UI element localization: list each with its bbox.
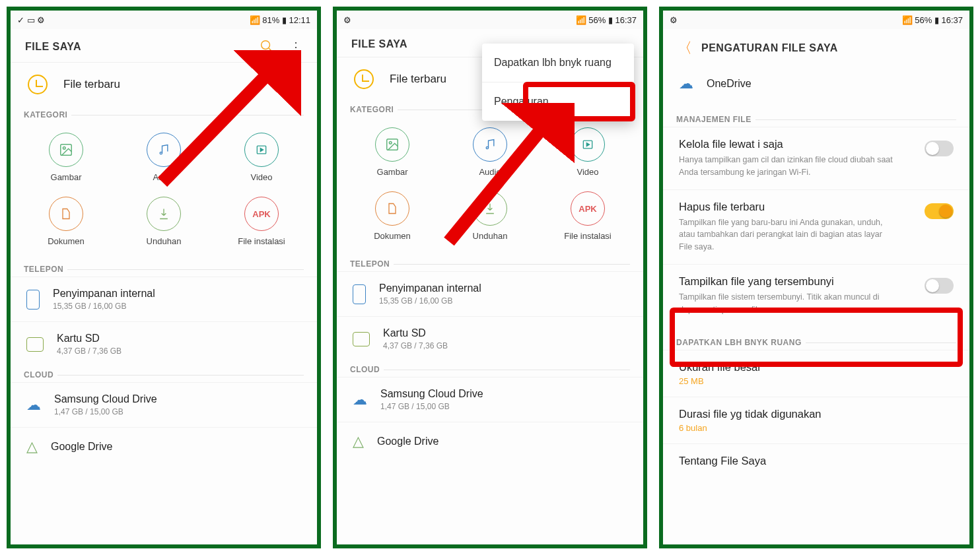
status-left: ⚙ — [670, 15, 678, 25]
clock-icon — [28, 75, 48, 94]
status-right: 📶 81% ▮ 12:11 — [250, 15, 310, 25]
search-icon[interactable] — [259, 38, 273, 55]
recent-label: File terbaru — [390, 73, 446, 86]
svg-point-9 — [486, 147, 488, 148]
app-bar: 〈 PENGATURAN FILE SAYA — [663, 29, 969, 65]
drive-icon: △ — [353, 433, 364, 450]
cat-unduhan[interactable]: Unduhan — [441, 191, 539, 241]
svg-point-3 — [63, 147, 65, 149]
video-icon — [571, 127, 605, 162]
apk-icon: APK — [244, 197, 279, 231]
video-icon — [244, 133, 279, 167]
status-bar: ⚙ 📶 56% ▮ 16:37 — [337, 11, 643, 29]
cloud-icon: ☁ — [353, 391, 367, 408]
cat-dokumen[interactable]: Dokumen — [343, 191, 441, 241]
phone-icon — [26, 290, 40, 310]
app-title: FILE SAYA — [351, 38, 407, 50]
svg-line-1 — [269, 48, 272, 51]
status-bar: ⚙ 📶 56% ▮ 16:37 — [663, 11, 969, 29]
music-icon — [473, 127, 507, 162]
cat-audio[interactable]: Audio — [115, 133, 213, 182]
cat-gambar[interactable]: Gambar — [17, 133, 115, 182]
cat-video[interactable]: Video — [213, 133, 310, 182]
overflow-popup: Dapatkan lbh bnyk ruang Pengaturan — [482, 44, 634, 121]
image-icon — [49, 133, 83, 167]
setting-unused-duration[interactable]: Durasi file yg tidak digunakan 6 bulan — [663, 397, 969, 443]
section-telepon: TELEPON — [11, 261, 317, 277]
app-bar: FILE SAYA ⋮ — [11, 29, 317, 63]
svg-point-0 — [262, 41, 270, 49]
storage-samsung-cloud[interactable]: ☁ Samsung Cloud Drive1,47 GB / 15,00 GB — [337, 377, 643, 422]
cat-apk[interactable]: APKFile instalasi — [213, 197, 310, 246]
svg-point-4 — [160, 152, 162, 154]
section-kategori: KATEGORI — [11, 106, 317, 122]
panel-1: ✓ ▭ ⚙ 📶 81% ▮ 12:11 FILE SAYA ⋮ File ter… — [7, 7, 321, 548]
storage-samsung-cloud[interactable]: ☁ Samsung Cloud Drive1,47 GB / 15,00 GB — [11, 382, 317, 427]
image-icon — [375, 127, 409, 162]
setting-about[interactable]: Tentang File Saya — [663, 443, 969, 478]
cat-gambar[interactable]: Gambar — [343, 127, 441, 177]
download-icon — [473, 191, 507, 226]
section-space: DAPATKAN LBH BNYK RUANG — [663, 326, 969, 350]
recent-files-row[interactable]: File terbaru — [11, 63, 317, 106]
cat-video[interactable]: Video — [539, 127, 637, 177]
recent-label: File terbaru — [63, 78, 120, 91]
status-right: 📶 56% ▮ 16:37 — [902, 15, 963, 25]
onedrive-row[interactable]: ☁ OneDrive — [663, 65, 969, 103]
setting-clear-recent[interactable]: Hapus file terbaru Tampilkan file yang b… — [663, 189, 969, 264]
category-grid: Gambar Audio Video Dokumen Unduhan APKFi… — [11, 122, 317, 261]
switch-show-hidden[interactable] — [925, 278, 954, 294]
cat-audio[interactable]: Audio — [441, 127, 539, 177]
download-icon — [147, 197, 181, 231]
storage-internal[interactable]: Penyimpanan internal15,35 GB / 16,00 GB — [337, 271, 643, 316]
content-scroll[interactable]: File terbaru KATEGORI Gambar Audio Video… — [337, 57, 643, 544]
setting-show-hidden[interactable]: Tampilkan file yang tersembunyi Tampilka… — [663, 264, 969, 327]
music-icon — [147, 133, 181, 167]
storage-sd[interactable]: Kartu SD4,37 GB / 7,36 GB — [11, 321, 317, 366]
status-left: ✓ ▭ ⚙ — [17, 15, 45, 25]
storage-google-drive[interactable]: △ Google Drive — [337, 422, 643, 461]
app-title: FILE SAYA — [25, 41, 81, 53]
clock-icon — [354, 69, 374, 89]
cat-dokumen[interactable]: Dokumen — [17, 197, 115, 246]
cloud-icon: ☁ — [26, 397, 41, 414]
popup-get-space[interactable]: Dapatkan lbh bnyk ruang — [482, 44, 634, 82]
status-left: ⚙ — [343, 15, 351, 25]
popup-settings[interactable]: Pengaturan — [482, 82, 634, 121]
sd-card-icon — [353, 332, 370, 346]
switch-wifi-only[interactable] — [925, 141, 954, 156]
status-right: 📶 56% ▮ 16:37 — [576, 15, 637, 25]
section-telepon: TELEPON — [337, 255, 643, 271]
apk-icon: APK — [571, 191, 605, 226]
storage-sd[interactable]: Kartu SD4,37 GB / 7,36 GB — [337, 316, 643, 361]
panel-2: ⚙ 📶 56% ▮ 16:37 FILE SAYA File terbaru K… — [333, 7, 647, 548]
storage-internal[interactable]: Penyimpanan internal15,35 GB / 16,00 GB — [11, 277, 317, 321]
settings-title: PENGATURAN FILE SAYA — [701, 42, 838, 54]
section-cloud: CLOUD — [337, 361, 643, 377]
onedrive-icon: ☁ — [679, 75, 693, 92]
section-cloud: CLOUD — [11, 366, 317, 382]
content-scroll[interactable]: File terbaru KATEGORI Gambar Audio Video… — [11, 63, 317, 544]
sd-card-icon — [26, 337, 44, 352]
cat-apk[interactable]: APKFile instalasi — [539, 191, 637, 241]
svg-point-8 — [389, 141, 392, 144]
panel-3: ⚙ 📶 56% ▮ 16:37 〈 PENGATURAN FILE SAYA ☁… — [659, 7, 973, 548]
overflow-menu-icon[interactable]: ⋮ — [289, 40, 302, 53]
setting-large-files[interactable]: Ukuran file besar 25 MB — [663, 350, 969, 397]
setting-wifi-only[interactable]: Kelola file lewat i saja Hanya tampilkan… — [663, 127, 969, 189]
category-grid: Gambar Audio Video Dokumen Unduhan APKFi… — [337, 117, 643, 255]
back-icon[interactable]: 〈 — [678, 38, 692, 58]
storage-google-drive[interactable]: △ Google Drive — [11, 427, 317, 466]
document-icon — [49, 197, 83, 231]
document-icon — [375, 191, 409, 226]
phone-icon — [353, 284, 366, 304]
status-bar: ✓ ▭ ⚙ 📶 81% ▮ 12:11 — [11, 11, 317, 29]
cat-unduhan[interactable]: Unduhan — [115, 197, 213, 246]
section-manajemen: MANAJEMEN FILE — [663, 103, 969, 127]
settings-scroll[interactable]: ☁ OneDrive MANAJEMEN FILE Kelola file le… — [663, 65, 969, 544]
drive-icon: △ — [26, 438, 38, 455]
switch-clear-recent[interactable] — [925, 203, 954, 219]
